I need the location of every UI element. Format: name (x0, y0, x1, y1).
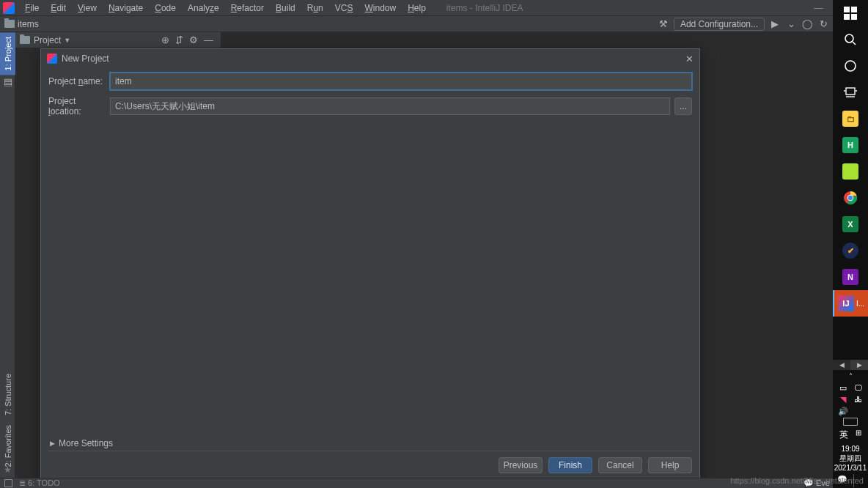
menu-code[interactable]: Code (149, 1, 182, 15)
project-dropdown[interactable]: Project (34, 35, 61, 45)
menu-window[interactable]: Window (358, 1, 402, 15)
svg-rect-1 (851, 7, 857, 12)
breadcrumb[interactable]: items (18, 19, 39, 29)
sidebar-file-icon[interactable]: ▤ (0, 76, 15, 87)
app-logo-icon (3, 2, 15, 14)
taskbar-scroll-right[interactable]: ▶ (850, 360, 868, 370)
intellij-taskbar-icon[interactable]: IJ I... (833, 290, 868, 317)
project-location-input[interactable] (110, 97, 670, 115)
app-hbuilder-icon[interactable]: H (833, 132, 868, 158)
task-view-icon[interactable] (833, 79, 868, 106)
svg-rect-2 (844, 14, 850, 20)
menu-edit[interactable]: Edit (45, 1, 72, 15)
ime-mode-icon[interactable]: ⊞ (856, 429, 861, 441)
window-title: items - IntelliJ IDEA (446, 3, 523, 13)
taskbar-scroll-left[interactable]: ◀ (833, 360, 850, 370)
menu-help[interactable]: Help (402, 1, 432, 15)
menu-build[interactable]: Build (270, 1, 301, 15)
hide-panel-icon[interactable]: — (204, 34, 213, 45)
triangle-right-icon: ▶ (50, 440, 55, 447)
menu-refactor[interactable]: Refactor (225, 1, 270, 15)
sidebar-tab-structure[interactable]: 7: Structure (0, 369, 15, 420)
tray-people-icon[interactable]: ◥ (838, 394, 848, 404)
more-settings-toggle[interactable]: ▶ More Settings (50, 438, 113, 448)
menu-analyze[interactable]: Analyze (182, 1, 225, 15)
svg-point-13 (848, 196, 853, 200)
menu-view[interactable]: View (72, 1, 103, 15)
tray-display-icon[interactable]: 🖵 (853, 382, 863, 393)
project-location-label: Project location: (48, 96, 110, 117)
svg-line-5 (853, 42, 856, 45)
onenote-icon[interactable]: N (833, 264, 868, 290)
project-folder-icon (20, 36, 30, 44)
add-configuration-button[interactable]: Add Configuration... (674, 18, 765, 31)
cancel-button[interactable]: Cancel (598, 457, 642, 473)
svg-rect-0 (844, 7, 850, 12)
coverage-icon[interactable]: ◯ (801, 18, 813, 30)
status-window-icon[interactable] (4, 479, 12, 487)
dialog-logo-icon (47, 53, 57, 64)
app-pycharm-icon[interactable] (833, 158, 868, 185)
expand-all-icon[interactable]: ⇵ (175, 34, 183, 45)
tray-battery-icon[interactable]: ▭ (838, 382, 848, 393)
dialog-title: New Project (62, 53, 109, 64)
tray-overflow-icon[interactable]: ˄ (833, 370, 868, 382)
run-icon[interactable]: ▶ (769, 18, 781, 30)
todo-tab[interactable]: ≣ 6: TODO (19, 478, 60, 488)
dialog-close-button[interactable]: ✕ (685, 53, 694, 64)
folder-icon (4, 20, 15, 28)
tray-network-icon[interactable]: 🖧 (853, 394, 863, 404)
tray-volume-icon[interactable]: 🔊 (838, 406, 848, 416)
dialog-separator (48, 451, 692, 451)
help-button[interactable]: Help (648, 457, 692, 473)
search-icon[interactable] (833, 26, 868, 53)
windows-taskbar: 🗀 H X ✔ N IJ I... ◀ ▶ ˄ ▭🖵 ◥🖧 🔊 英 ⊞ 19:0… (833, 0, 868, 488)
svg-rect-3 (851, 14, 857, 20)
menu-vcs[interactable]: VCS (329, 1, 359, 15)
svg-point-4 (845, 34, 853, 42)
build-hammer-icon[interactable]: ⚒ (658, 18, 669, 30)
menu-navigate[interactable]: Navigate (103, 1, 149, 15)
tray-keyboard-icon[interactable] (843, 418, 858, 426)
project-name-input[interactable] (110, 73, 692, 90)
favorites-star-icon: ★ (0, 465, 15, 475)
menu-file[interactable]: File (19, 1, 45, 15)
chevron-down-icon[interactable]: ▼ (64, 37, 70, 44)
watermark-url: https://blog.csdn.net/Miss_untalented (730, 476, 864, 485)
svg-rect-7 (846, 88, 855, 95)
profile-icon[interactable]: ↻ (817, 18, 829, 30)
gear-icon[interactable]: ⚙ (189, 34, 198, 45)
browse-location-button[interactable]: ... (674, 97, 692, 115)
file-explorer-icon[interactable]: 🗀 (833, 106, 868, 132)
cortana-icon[interactable] (833, 53, 868, 79)
clock-time[interactable]: 19:09 (834, 444, 867, 454)
todo-app-icon[interactable]: ✔ (833, 237, 868, 264)
project-name-label: Project name: (48, 76, 110, 86)
excel-icon[interactable]: X (833, 211, 868, 237)
previous-button[interactable]: Previous (499, 457, 542, 473)
chrome-icon[interactable] (833, 185, 868, 211)
clock-day: 星期四 (834, 454, 867, 463)
minimize-button[interactable]: — (814, 2, 823, 13)
start-button[interactable] (833, 0, 868, 26)
locate-icon[interactable]: ⊕ (161, 34, 169, 45)
svg-point-6 (845, 61, 856, 71)
sidebar-tab-project[interactable]: 1: Project (0, 32, 15, 75)
new-project-dialog: New Project ✕ Project name: Project loca… (40, 48, 700, 480)
menu-run[interactable]: Run (301, 1, 329, 15)
finish-button[interactable]: Finish (548, 457, 592, 473)
debug-icon[interactable]: ⌄ (785, 18, 797, 30)
clock-date: 2021/3/11 (834, 463, 867, 473)
ime-language-indicator[interactable]: 英 (839, 429, 848, 441)
